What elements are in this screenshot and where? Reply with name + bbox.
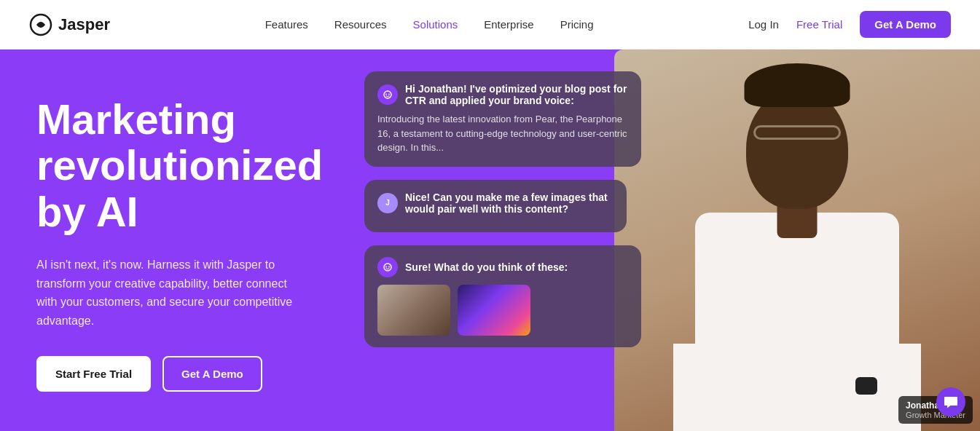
chat-bubble-2-text: Nice! Can you make me a few images that … xyxy=(405,191,614,215)
person-placeholder xyxy=(673,82,921,431)
logo-text: Jasper xyxy=(58,15,110,34)
hero-buttons: Start Free Trial Get A Demo xyxy=(36,356,313,392)
jasper-logo-icon xyxy=(29,13,52,36)
get-demo-hero-button[interactable]: Get A Demo xyxy=(162,356,262,392)
get-demo-button[interactable]: Get A Demo xyxy=(860,11,951,38)
jasper-chat-icon-3 xyxy=(377,257,398,277)
hero-left: Marketing revolutionized by AI AI isn't … xyxy=(0,50,350,431)
nav-links: Features Resources Solutions Enterprise … xyxy=(265,18,594,31)
chat-bubble-2-header: J Nice! Can you make me a few images tha… xyxy=(377,191,614,215)
chat-bubble-1-body: Introducing the latest innovation from P… xyxy=(377,112,628,155)
hero-subtitle: AI isn't next, it's now. Harness it with… xyxy=(36,256,299,330)
preview-image-1 xyxy=(377,285,450,336)
login-link[interactable]: Log In xyxy=(748,18,779,31)
robot-icon xyxy=(383,90,393,100)
chat-area: Hi Jonathan! I've optimized your blog po… xyxy=(350,50,697,431)
free-trial-link[interactable]: Free Trial xyxy=(796,18,842,31)
chat-bubble-3-text: Sure! What do you think of these: xyxy=(405,261,568,273)
nav-enterprise[interactable]: Enterprise xyxy=(484,18,533,31)
hero-right: Jonathan Growth Marketer Hi xyxy=(350,50,980,431)
nav-pricing[interactable]: Pricing xyxy=(560,18,594,31)
navbar: Jasper Features Resources Solutions Ente… xyxy=(0,0,980,50)
chat-bubble-3: Sure! What do you think of these: xyxy=(364,245,641,347)
robot-icon-2 xyxy=(383,262,393,272)
chat-widget-icon xyxy=(944,395,958,409)
chat-bubble-1-header: Hi Jonathan! I've optimized your blog po… xyxy=(377,83,628,106)
logo[interactable]: Jasper xyxy=(29,13,110,36)
nav-actions: Log In Free Trial Get A Demo xyxy=(748,11,951,38)
image-previews xyxy=(377,285,628,336)
svg-point-6 xyxy=(388,266,390,267)
svg-point-3 xyxy=(388,94,390,95)
preview-image-2 xyxy=(458,285,530,336)
chat-widget-button[interactable] xyxy=(936,387,965,416)
hero-title: Marketing revolutionized by AI xyxy=(36,96,313,235)
chat-bubble-1: Hi Jonathan! I've optimized your blog po… xyxy=(364,71,641,167)
person-watch xyxy=(855,377,877,395)
nav-resources[interactable]: Resources xyxy=(334,18,387,31)
person-glasses xyxy=(753,125,841,140)
chat-bubble-2: J Nice! Can you make me a few images tha… xyxy=(364,180,627,232)
nav-solutions[interactable]: Solutions xyxy=(413,18,458,31)
chat-bubble-1-title: Hi Jonathan! I've optimized your blog po… xyxy=(405,83,628,106)
hero-section: Marketing revolutionized by AI AI isn't … xyxy=(0,50,980,431)
person-hair xyxy=(745,63,850,107)
svg-point-4 xyxy=(384,264,391,271)
start-free-trial-button[interactable]: Start Free Trial xyxy=(36,356,151,392)
jasper-chat-icon-1 xyxy=(377,84,398,105)
svg-point-2 xyxy=(385,94,387,95)
chat-bubble-3-header: Sure! What do you think of these: xyxy=(377,257,628,277)
nav-features[interactable]: Features xyxy=(265,18,308,31)
svg-point-5 xyxy=(385,266,387,267)
person-torso xyxy=(695,213,899,431)
svg-point-1 xyxy=(384,91,391,98)
user-avatar: J xyxy=(377,193,398,213)
